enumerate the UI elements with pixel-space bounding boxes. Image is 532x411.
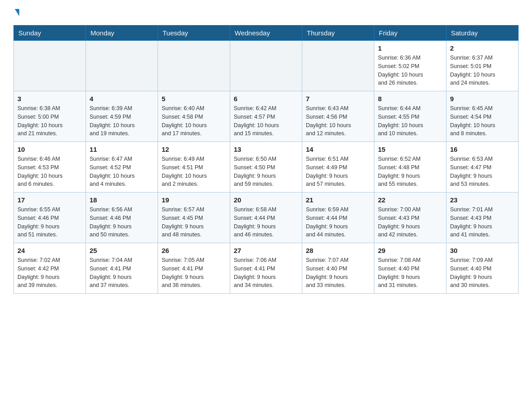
calendar-cell: 20Sunrise: 6:58 AMSunset: 4:44 PMDayligh… [230,193,302,243]
calendar-cell: 24Sunrise: 7:02 AMSunset: 4:42 PMDayligh… [14,243,86,294]
weekday-header-saturday: Saturday [446,26,519,41]
page-header [13,9,519,16]
weekday-header-friday: Friday [374,26,446,41]
calendar-cell: 21Sunrise: 6:59 AMSunset: 4:44 PMDayligh… [302,193,374,243]
day-number: 11 [90,146,154,153]
day-number: 17 [17,196,82,204]
day-number: 29 [378,247,442,254]
calendar-cell: 25Sunrise: 7:04 AMSunset: 4:41 PMDayligh… [86,243,158,294]
day-info: Sunrise: 6:56 AMSunset: 4:46 PMDaylight:… [90,206,154,239]
calendar-cell: 1Sunrise: 6:36 AMSunset: 5:02 PMDaylight… [374,41,446,91]
weekday-header-thursday: Thursday [302,26,374,41]
calendar-cell [14,41,86,91]
calendar-cell: 6Sunrise: 6:42 AMSunset: 4:57 PMDaylight… [230,91,302,142]
calendar-cell: 29Sunrise: 7:08 AMSunset: 4:40 PMDayligh… [374,243,446,294]
day-number: 26 [162,247,226,254]
logo [13,9,19,16]
calendar-cell [158,41,230,91]
day-info: Sunrise: 7:04 AMSunset: 4:41 PMDaylight:… [90,256,154,290]
day-info: Sunrise: 6:51 AMSunset: 4:49 PMDaylight:… [306,155,370,188]
calendar-cell: 26Sunrise: 7:05 AMSunset: 4:41 PMDayligh… [158,243,230,294]
weekday-header-wednesday: Wednesday [230,26,302,41]
calendar-cell: 30Sunrise: 7:09 AMSunset: 4:40 PMDayligh… [446,243,519,294]
day-number: 8 [378,95,442,103]
day-info: Sunrise: 6:36 AMSunset: 5:02 PMDaylight:… [378,54,442,87]
day-number: 10 [17,146,82,153]
day-number: 25 [90,247,154,254]
day-info: Sunrise: 6:37 AMSunset: 5:01 PMDaylight:… [450,54,515,87]
calendar-cell [86,41,158,91]
calendar-cell: 18Sunrise: 6:56 AMSunset: 4:46 PMDayligh… [86,193,158,243]
day-number: 30 [450,247,515,254]
day-info: Sunrise: 7:01 AMSunset: 4:43 PMDaylight:… [450,206,515,239]
calendar-cell: 27Sunrise: 7:06 AMSunset: 4:41 PMDayligh… [230,243,302,294]
calendar-cell: 11Sunrise: 6:47 AMSunset: 4:52 PMDayligh… [86,142,158,193]
calendar-cell: 9Sunrise: 6:45 AMSunset: 4:54 PMDaylight… [446,91,519,142]
day-number: 28 [306,247,370,254]
day-info: Sunrise: 7:02 AMSunset: 4:42 PMDaylight:… [17,256,82,290]
day-number: 19 [162,196,226,204]
calendar-cell: 17Sunrise: 6:55 AMSunset: 4:46 PMDayligh… [14,193,86,243]
calendar-cell [302,41,374,91]
day-number: 27 [234,247,298,254]
day-info: Sunrise: 6:49 AMSunset: 4:51 PMDaylight:… [162,155,226,188]
calendar-cell: 19Sunrise: 6:57 AMSunset: 4:45 PMDayligh… [158,193,230,243]
day-info: Sunrise: 7:06 AMSunset: 4:41 PMDaylight:… [234,256,298,290]
week-row-3: 10Sunrise: 6:46 AMSunset: 4:53 PMDayligh… [14,142,519,193]
day-number: 7 [306,95,370,103]
day-number: 23 [450,196,515,204]
day-info: Sunrise: 6:58 AMSunset: 4:44 PMDaylight:… [234,206,298,239]
day-info: Sunrise: 6:40 AMSunset: 4:58 PMDaylight:… [162,104,226,138]
day-number: 1 [378,44,442,52]
day-info: Sunrise: 6:42 AMSunset: 4:57 PMDaylight:… [234,104,298,138]
day-info: Sunrise: 6:43 AMSunset: 4:56 PMDaylight:… [306,104,370,138]
calendar-cell: 14Sunrise: 6:51 AMSunset: 4:49 PMDayligh… [302,142,374,193]
calendar-cell: 10Sunrise: 6:46 AMSunset: 4:53 PMDayligh… [14,142,86,193]
day-info: Sunrise: 6:59 AMSunset: 4:44 PMDaylight:… [306,206,370,239]
day-info: Sunrise: 6:53 AMSunset: 4:47 PMDaylight:… [450,155,515,188]
calendar-cell: 8Sunrise: 6:44 AMSunset: 4:55 PMDaylight… [374,91,446,142]
calendar-cell: 13Sunrise: 6:50 AMSunset: 4:50 PMDayligh… [230,142,302,193]
day-number: 3 [17,95,82,103]
day-info: Sunrise: 6:47 AMSunset: 4:52 PMDaylight:… [90,155,154,188]
weekday-header-sunday: Sunday [14,26,86,41]
day-number: 13 [234,146,298,153]
calendar-cell: 28Sunrise: 7:07 AMSunset: 4:40 PMDayligh… [302,243,374,294]
calendar-cell: 4Sunrise: 6:39 AMSunset: 4:59 PMDaylight… [86,91,158,142]
day-info: Sunrise: 7:08 AMSunset: 4:40 PMDaylight:… [378,256,442,290]
day-info: Sunrise: 6:44 AMSunset: 4:55 PMDaylight:… [378,104,442,138]
day-info: Sunrise: 6:46 AMSunset: 4:53 PMDaylight:… [17,155,82,188]
day-number: 18 [90,196,154,204]
day-number: 12 [162,146,226,153]
day-info: Sunrise: 6:45 AMSunset: 4:54 PMDaylight:… [450,104,515,138]
day-number: 6 [234,95,298,103]
day-number: 21 [306,196,370,204]
day-number: 15 [378,146,442,153]
calendar-cell: 5Sunrise: 6:40 AMSunset: 4:58 PMDaylight… [158,91,230,142]
calendar-cell: 2Sunrise: 6:37 AMSunset: 5:01 PMDaylight… [446,41,519,91]
day-number: 9 [450,95,515,103]
calendar-cell: 23Sunrise: 7:01 AMSunset: 4:43 PMDayligh… [446,193,519,243]
day-info: Sunrise: 7:09 AMSunset: 4:40 PMDaylight:… [450,256,515,290]
weekday-header-monday: Monday [86,26,158,41]
week-row-4: 17Sunrise: 6:55 AMSunset: 4:46 PMDayligh… [14,193,519,243]
day-number: 20 [234,196,298,204]
day-number: 4 [90,95,154,103]
week-row-1: 1Sunrise: 6:36 AMSunset: 5:02 PMDaylight… [14,41,519,91]
day-info: Sunrise: 7:00 AMSunset: 4:43 PMDaylight:… [378,206,442,239]
day-number: 22 [378,196,442,204]
calendar-cell: 12Sunrise: 6:49 AMSunset: 4:51 PMDayligh… [158,142,230,193]
calendar-cell: 15Sunrise: 6:52 AMSunset: 4:48 PMDayligh… [374,142,446,193]
calendar-cell: 22Sunrise: 7:00 AMSunset: 4:43 PMDayligh… [374,193,446,243]
day-info: Sunrise: 6:38 AMSunset: 5:00 PMDaylight:… [17,104,82,138]
day-number: 16 [450,146,515,153]
day-info: Sunrise: 6:55 AMSunset: 4:46 PMDaylight:… [17,206,82,239]
week-row-5: 24Sunrise: 7:02 AMSunset: 4:42 PMDayligh… [14,243,519,294]
day-info: Sunrise: 7:05 AMSunset: 4:41 PMDaylight:… [162,256,226,290]
day-info: Sunrise: 6:50 AMSunset: 4:50 PMDaylight:… [234,155,298,188]
calendar-cell: 16Sunrise: 6:53 AMSunset: 4:47 PMDayligh… [446,142,519,193]
day-number: 2 [450,44,515,52]
calendar-cell [230,41,302,91]
day-number: 5 [162,95,226,103]
week-row-2: 3Sunrise: 6:38 AMSunset: 5:00 PMDaylight… [14,91,519,142]
